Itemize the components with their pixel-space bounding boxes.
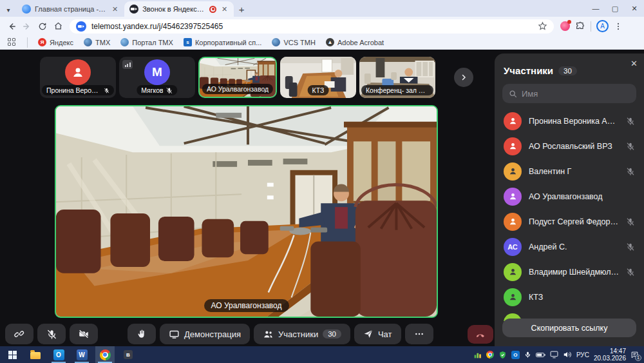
participant-name: АО Рославльский ВРЗ [529, 142, 619, 151]
taskbar-word[interactable]: W [72, 346, 91, 363]
mic-tray-icon[interactable] [524, 351, 531, 358]
screen: ▾ Главная страница - Домашняя ✕ Звонок в… [0, 0, 644, 363]
mic-muted-icon [104, 87, 109, 94]
tab-close-icon[interactable]: ✕ [220, 5, 229, 14]
participant-row[interactable]: КТЗ [495, 284, 644, 309]
extension-icon[interactable] [560, 21, 570, 31]
url-input[interactable]: telemost.yandex.ru/j/45462397525465 [70, 19, 554, 34]
taskbar-chrome[interactable] [95, 346, 115, 363]
microphone-toggle-button[interactable] [37, 324, 66, 344]
mic-muted-icon [166, 87, 173, 94]
maximize-button[interactable]: ▢ [605, 0, 625, 17]
apps-grid-icon[interactable] [8, 38, 17, 47]
reload-icon[interactable] [35, 19, 50, 34]
browser-tab-bar: ▾ Главная страница - Домашняя ✕ Звонок в… [0, 0, 644, 17]
tab-home[interactable]: Главная страница - Домашняя ✕ [17, 1, 124, 17]
share-screen-button[interactable]: Демонстрация [160, 324, 250, 344]
participants-button[interactable]: Участники 30 [254, 324, 350, 344]
thumbnail-ktz[interactable]: КТЗ [280, 57, 356, 98]
raise-hand-button[interactable] [128, 324, 156, 344]
bookmark-vcs[interactable]: VCS ТМН [272, 38, 316, 46]
thumbnail-pronina[interactable]: Пронина Вероника... [40, 57, 116, 98]
tab-close-icon[interactable]: ✕ [111, 5, 119, 14]
participant-row[interactable]: Пронина Вероника Алексее... [495, 108, 644, 133]
tab-title: Главная страница - Домашняя [35, 5, 107, 13]
browser-menu-icon[interactable] [614, 22, 623, 31]
bookmark-tmh[interactable]: ТМХ [84, 38, 110, 46]
system-tray: O РУС 14:4720.03.2026 1 [473, 348, 644, 362]
participant-row[interactable]: АО Рославльский ВРЗ [495, 133, 644, 159]
bookmark-corporate[interactable]: s Корпоративный сп... [184, 38, 262, 46]
display-tray-icon[interactable] [550, 351, 558, 358]
telemost-favicon [76, 21, 86, 32]
participant-search-input[interactable]: Имя [502, 84, 636, 103]
thumbnail-uralvagonzavod[interactable]: АО Уралвагонзавод [198, 57, 277, 98]
back-icon[interactable] [4, 19, 19, 34]
chart-tray-icon[interactable] [473, 351, 482, 359]
main-speaker-video[interactable]: АО Уралвагонзавод [55, 105, 438, 318]
bookmark-yandex[interactable]: Я Яндекс [38, 38, 73, 46]
avatar [65, 59, 91, 85]
forward-icon[interactable] [19, 19, 35, 34]
participant-row[interactable]: АС Андрей С. [495, 234, 644, 259]
chrome-icon [100, 349, 111, 360]
bookmark-portal-tmh[interactable]: Портал ТМХ [120, 38, 173, 46]
volume-tray-icon[interactable] [563, 351, 572, 358]
browser-address-bar: telemost.yandex.ru/j/45462397525465 А [0, 17, 644, 35]
camera-toggle-button[interactable] [70, 324, 98, 344]
mic-muted-icon [626, 217, 635, 226]
search-icon [509, 90, 517, 98]
start-button[interactable] [3, 346, 22, 363]
bookmark-acrobat[interactable]: ▲ Adobe Acrobat [326, 38, 384, 46]
taskbar-extra-app[interactable]: В [118, 346, 138, 363]
tab-search-chevron-icon[interactable]: ▾ [0, 3, 17, 17]
outlook-tray-icon[interactable]: O [511, 351, 520, 359]
share-screen-label: Демонстрация [184, 329, 241, 339]
bookmark-star-icon[interactable] [538, 21, 547, 31]
ellipsis-icon [414, 329, 424, 339]
chrome-tray-icon[interactable] [486, 351, 494, 358]
screen-share-icon [169, 329, 180, 340]
home-icon[interactable] [50, 19, 66, 34]
globe-icon [84, 38, 92, 46]
end-call-button[interactable] [468, 325, 493, 344]
battery-tray-icon[interactable] [536, 351, 545, 358]
thumbnail-conf-ovs[interactable]: Конференц- зал ОВС [359, 57, 435, 98]
participant-name: Пронина Вероника Алексее... [529, 117, 619, 126]
more-options-button[interactable] [405, 324, 433, 344]
windows-logo-icon [8, 351, 17, 359]
thumbnail-label: Мягков [141, 86, 163, 94]
minimize-button[interactable]: — [586, 0, 605, 17]
new-tab-button[interactable]: + [234, 1, 249, 17]
clock[interactable]: 14:4720.03.2026 [594, 348, 626, 362]
profile-icon[interactable]: А [596, 20, 609, 32]
thumbnail-myagkov[interactable]: М Мягков [119, 57, 195, 98]
panel-title: Участники [504, 65, 553, 76]
antivirus-tray-icon[interactable] [498, 351, 507, 359]
main-video-label: АО Уралвагонзавод [204, 299, 289, 312]
copy-link-icon-button[interactable] [5, 324, 33, 344]
tab-telemost[interactable]: Звонок в Яндекс Телемос ✕ [124, 1, 234, 17]
participant-list: Пронина Вероника Алексее... АО Рославльс… [495, 108, 644, 321]
language-indicator[interactable]: РУС [576, 351, 589, 358]
participant-row[interactable]: Подуст Сергей Федорович [495, 209, 644, 234]
close-button[interactable]: ✕ [625, 0, 644, 17]
chat-button[interactable]: Чат [354, 324, 401, 344]
tab-title: Звонок в Яндекс Телемос [142, 5, 205, 13]
conference-room-video [56, 106, 437, 317]
copy-link-button[interactable]: Скопировать ссылку [502, 319, 636, 337]
taskbar-explorer[interactable] [26, 346, 45, 363]
extensions-puzzle-icon[interactable] [575, 21, 585, 32]
taskbar-outlook[interactable]: O [49, 346, 68, 363]
mic-muted-icon [626, 242, 635, 251]
participant-row[interactable]: Владимир Шнейдмюллер [495, 259, 644, 284]
notification-center-icon[interactable]: 1 [630, 351, 639, 359]
participant-avatar [504, 137, 522, 155]
participant-thumbnails: Пронина Вероника... М Мягков [40, 57, 435, 98]
thumbnails-next-button[interactable] [454, 68, 473, 87]
thumbnail-label: АО Уралвагонзавод [207, 85, 269, 93]
participant-row[interactable]: АО Уралвагонзавод [495, 184, 644, 209]
panel-count-badge: 30 [558, 66, 577, 75]
panel-close-icon[interactable]: ✕ [630, 59, 638, 68]
participant-row[interactable]: Валентин Г [495, 159, 644, 184]
